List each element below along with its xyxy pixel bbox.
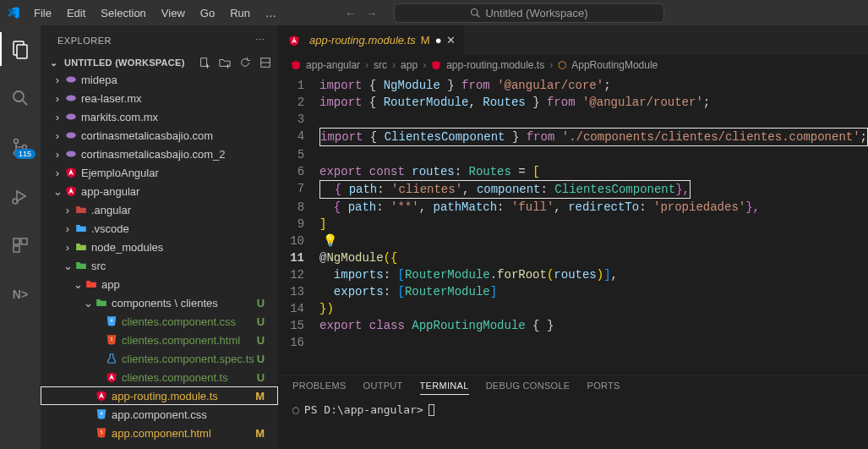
nav-back-icon[interactable]: ← <box>345 7 356 19</box>
tree-item-label: app <box>101 278 120 291</box>
panel-debug-console[interactable]: DEBUG CONSOLE <box>486 381 570 395</box>
tree-item-label: .angular <box>91 204 131 216</box>
tree-item[interactable]: ⌄app-angular <box>41 182 278 200</box>
svg-point-25 <box>66 151 76 157</box>
git-status-badge: U <box>257 334 271 347</box>
breadcrumb-item[interactable]: app-angular <box>306 59 360 71</box>
nav-forward-icon[interactable]: → <box>366 7 377 19</box>
tree-item[interactable]: ›.vscode <box>41 219 278 238</box>
tree-item[interactable]: ›EjemploAngular <box>41 163 278 182</box>
tree-item[interactable]: #clientes.component.cssU <box>41 312 278 331</box>
svg-rect-3 <box>17 45 27 58</box>
activity-search[interactable] <box>0 81 41 115</box>
activity-nx[interactable]: N> <box>0 277 41 311</box>
terminal[interactable]: ◯ PS D:\app-angular> <box>279 395 868 424</box>
tree-item[interactable]: app-routing.module.tsM <box>41 386 278 405</box>
test-icon <box>105 352 118 365</box>
workspace-name: UNTITLED (WORKSPACE) <box>64 57 185 68</box>
svg-rect-11 <box>14 238 19 244</box>
tree-item[interactable]: ⌄src <box>41 256 278 275</box>
class-icon: ⬡ <box>558 59 566 71</box>
workspace-header[interactable]: ⌄ UNTITLED (WORKSPACE) <box>41 55 278 70</box>
command-center-text: Untitled (Workspace) <box>485 7 587 19</box>
svg-rect-14 <box>201 58 207 67</box>
new-folder-icon[interactable] <box>219 57 231 68</box>
panel-output[interactable]: OUTPUT <box>363 381 403 395</box>
nav-arrows: ← → <box>345 7 377 19</box>
menu-more[interactable]: … <box>259 3 283 23</box>
highlight-import: import { ClientesComponent } from './com… <box>319 128 868 146</box>
tree-item[interactable]: 5app.component.htmlM <box>41 424 278 442</box>
svg-point-22 <box>66 96 76 101</box>
chevron-right-icon: › <box>61 241 74 254</box>
chevron-down-icon: ⌄ <box>81 297 95 309</box>
php-icon <box>64 129 78 142</box>
tree-item-label: midepa <box>81 74 117 86</box>
svg-point-23 <box>66 114 76 120</box>
breadcrumb[interactable]: app-angular› src› app› app-routing.modul… <box>279 55 868 75</box>
php-icon <box>64 147 78 161</box>
close-icon[interactable]: ✕ <box>446 34 456 47</box>
panel-ports[interactable]: PORTS <box>587 381 620 395</box>
panel-terminal[interactable]: TERMINAL <box>420 381 469 395</box>
breadcrumb-item[interactable]: src <box>374 59 387 71</box>
activity-extensions[interactable] <box>0 228 41 262</box>
git-status-badge: U <box>257 297 271 309</box>
breadcrumb-item[interactable]: app <box>401 59 418 71</box>
titlebar: File Edit Selection View Go Run … ← → Un… <box>0 0 868 25</box>
tree-item[interactable]: clientes.component.tsU <box>41 368 278 386</box>
tree-item[interactable]: ⌄app <box>41 275 278 293</box>
sidebar-more-icon[interactable]: ⋯ <box>255 35 265 46</box>
chevron-right-icon: › <box>51 129 64 142</box>
svg-rect-12 <box>21 238 27 244</box>
tree-item[interactable]: ›cortinasmetalicasbajio.com_2 <box>41 145 278 163</box>
tree-item[interactable]: clientes.component.spec.tsU <box>41 349 278 368</box>
menu-edit[interactable]: Edit <box>60 3 92 23</box>
chevron-right-icon: › <box>51 148 64 161</box>
folder-icon <box>74 240 88 254</box>
tree-item[interactable]: ›cortinasmetalicasbajio.com <box>41 126 278 145</box>
tree-item-label: app-angular <box>81 185 139 198</box>
git-status-badge: M <box>255 390 271 402</box>
tree-item[interactable]: ›.angular <box>41 200 278 219</box>
folder-icon <box>74 222 88 235</box>
tree-item[interactable]: #app.component.css <box>41 405 278 424</box>
menu-run[interactable]: Run <box>223 3 257 23</box>
tree-item[interactable]: 5clientes.component.htmlU <box>41 331 278 349</box>
tree-item[interactable]: ›midepa <box>41 70 278 89</box>
menu-file[interactable]: File <box>27 3 58 23</box>
lightbulb-icon[interactable]: 💡 <box>323 234 337 248</box>
menu-go[interactable]: Go <box>194 3 221 23</box>
breadcrumb-item[interactable]: AppRoutingModule <box>571 59 658 71</box>
vscode-logo-icon <box>7 6 20 19</box>
refresh-icon[interactable] <box>239 57 251 68</box>
menu-view[interactable]: View <box>155 3 192 23</box>
tree-item[interactable]: ›markits.com.mx <box>41 107 278 126</box>
tree-item-label: clientes.component.spec.ts <box>122 353 254 365</box>
activity-source-control[interactable]: 115 <box>0 130 41 164</box>
chevron-right-icon: › <box>61 204 74 216</box>
tab-label: app-routing.module.ts <box>309 34 416 47</box>
html-icon: 5 <box>105 333 118 347</box>
breadcrumb-item[interactable]: app-routing.module.ts <box>446 59 544 71</box>
collapse-icon[interactable] <box>259 57 271 68</box>
tree-item[interactable]: ›node_modules <box>41 238 278 256</box>
new-file-icon[interactable] <box>199 57 210 68</box>
tree-item[interactable]: ›rea-laser.mx <box>41 89 278 107</box>
code-editor[interactable]: 1import { NgModule } from '@angular/core… <box>279 75 868 375</box>
svg-marker-9 <box>17 191 25 201</box>
git-status-badge: U <box>257 353 271 365</box>
panel-problems[interactable]: PROBLEMS <box>292 381 347 395</box>
angular-icon <box>287 34 301 47</box>
tree-item-label: cortinasmetalicasbajio.com <box>81 129 213 142</box>
tree-item-label: markits.com.mx <box>81 111 158 123</box>
command-center[interactable]: Untitled (Workspace) <box>394 3 664 23</box>
tree-item[interactable]: ⌄components \ clientesU <box>41 293 278 312</box>
editor-tabs: app-routing.module.ts M ● ✕ <box>279 25 868 55</box>
activity-debug[interactable] <box>0 179 41 213</box>
svg-point-0 <box>472 9 478 16</box>
tree-item-label: .vscode <box>91 222 129 235</box>
activity-explorer[interactable] <box>0 32 41 66</box>
menu-selection[interactable]: Selection <box>94 3 152 23</box>
editor-tab[interactable]: app-routing.module.ts M ● ✕ <box>279 25 465 55</box>
